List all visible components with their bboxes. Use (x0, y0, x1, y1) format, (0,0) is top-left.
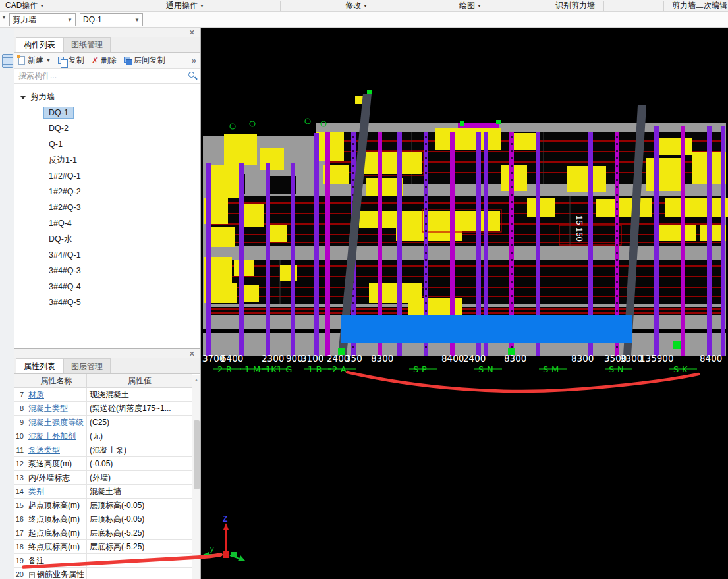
tab-component-list[interactable]: 构件列表 (16, 37, 63, 52)
tree-item[interactable]: 1#2#Q-2 (14, 184, 200, 200)
tree-root-shearwall[interactable]: 剪力墙 (14, 89, 200, 105)
tab-property-list[interactable]: 属性列表 (16, 358, 63, 373)
slab-blue-band (341, 315, 632, 343)
menu-identify-shearwall[interactable]: 识别剪力墙 (555, 0, 595, 12)
close-icon[interactable]: ✕ (189, 28, 195, 37)
tree-item[interactable]: 1#2#Q-1 (14, 168, 200, 184)
property-name-link[interactable]: 泵送类型 (26, 443, 87, 456)
menu-separator (86, 1, 86, 11)
category-dropdown[interactable]: 剪力墙 ▼ (9, 13, 76, 26)
search-row (14, 69, 200, 84)
component-tree: 剪力墙 DQ-1DQ-2Q-1反边1-11#2#Q-11#2#Q-21#2#Q-… (14, 84, 200, 310)
property-row: 13内/外墙标志(外墙) (14, 471, 192, 485)
menu-separator (603, 1, 604, 11)
property-value[interactable]: 层底标高(-5.25) (87, 526, 192, 539)
copy-icon (58, 57, 64, 64)
new-button[interactable]: 新建▼ (18, 55, 51, 66)
layers-icon (124, 57, 131, 64)
tree-item[interactable]: 3#4#Q-3 (14, 263, 200, 279)
grid-axis-label: 1K1-G (266, 364, 292, 374)
tree-item[interactable]: 3#4#Q-5 (14, 294, 200, 310)
dimension-label: 8400 (700, 353, 722, 364)
scrollbar-thumb[interactable] (194, 420, 200, 489)
property-value[interactable]: 现浇混凝土 (87, 388, 192, 401)
search-icon[interactable] (188, 72, 194, 78)
toolbar-grip-icon[interactable]: ▼ (1, 14, 7, 20)
cad-scene: 3700640023009003100240035083008400240083… (201, 28, 728, 579)
tree-item[interactable]: DQ-1 (14, 105, 200, 121)
property-row: 20+钢筋业务属性 (14, 568, 192, 579)
search-input[interactable] (14, 69, 200, 83)
tree-item[interactable]: 1#2#Q-3 (14, 200, 200, 215)
tree-item-label: 3#4#Q-4 (43, 281, 86, 292)
property-name-link[interactable]: 混凝土强度等级 (26, 416, 87, 429)
toolbar-overflow-button[interactable]: » (192, 55, 196, 65)
drawing-canvas[interactable]: 3700640023009003100240035083008400240083… (201, 28, 728, 579)
menu-separator (280, 1, 281, 11)
tree-item-label: DQ-水 (43, 233, 77, 246)
dimension-label: 3100 (301, 353, 323, 364)
delete-icon: ✗ (92, 57, 98, 65)
menu-general-operations[interactable]: 通用操作▼ (166, 0, 204, 12)
property-row-index: 15 (14, 499, 26, 512)
element-dropdown[interactable]: DQ-1 ▼ (80, 13, 143, 26)
expand-plus-icon[interactable]: + (29, 572, 35, 578)
chevron-down-icon: ▼ (40, 3, 44, 8)
tree-item[interactable]: 3#4#Q-1 (14, 247, 200, 263)
menu-modify[interactable]: 修改▼ (345, 0, 368, 12)
property-name: +钢筋业务属性 (26, 568, 87, 579)
property-value[interactable]: (C25) (87, 416, 192, 429)
property-name-link[interactable]: 类别 (26, 485, 87, 498)
property-value[interactable]: (混凝土泵) (87, 443, 192, 456)
copy-button[interactable]: 复制 (58, 55, 84, 66)
menu-shearwall-secondary-edit[interactable]: 剪力墙二次编辑 (672, 0, 727, 12)
property-value[interactable]: (-0.05) (87, 457, 192, 470)
property-value[interactable] (87, 568, 192, 579)
tree-item[interactable]: DQ-水 (14, 231, 200, 247)
application-window: CAD操作▼通用操作▼修改▼绘图▼识别剪力墙剪力墙二次编辑 ▼ 剪力墙 ▼ DQ… (0, 0, 728, 579)
property-name: 备注 (26, 554, 87, 567)
property-name-link[interactable]: 材质 (26, 388, 87, 401)
property-row: 10混凝土外加剂(无) (14, 429, 192, 443)
delete-button[interactable]: ✗删除 (92, 55, 117, 66)
property-value[interactable]: 混凝土墙 (87, 485, 192, 498)
menu-bar: CAD操作▼通用操作▼修改▼绘图▼识别剪力墙剪力墙二次编辑 (0, 0, 728, 12)
tree-item[interactable]: DQ-2 (14, 121, 200, 136)
property-value[interactable]: (外墙) (87, 471, 192, 484)
tree-item[interactable]: Q-1 (14, 136, 200, 152)
tab-drawing-management[interactable]: 图纸管理 (63, 37, 111, 52)
grid-axis-label: 2-A (332, 364, 347, 374)
new-icon (18, 56, 25, 65)
grid-axis-label: 1-B (308, 364, 322, 374)
property-row-index: 9 (14, 416, 26, 429)
property-value[interactable]: 层顶标高(-0.05) (87, 499, 192, 512)
properties-table-body: 7材质现浇混凝土8混凝土类型(泵送砼(坍落度175~1...9混凝土强度等级(C… (14, 388, 200, 579)
tree-item-label: Q-1 (43, 138, 68, 150)
tab-layer-management[interactable]: 图层管理 (63, 358, 111, 373)
close-icon[interactable]: ✕ (189, 349, 195, 358)
tree-item[interactable]: 反边1-1 (14, 152, 200, 168)
property-value[interactable] (87, 554, 192, 567)
chevron-down-icon: ▼ (477, 3, 482, 8)
menu-draw[interactable]: 绘图▼ (459, 0, 482, 12)
property-value[interactable]: 层底标高(-5.25) (87, 540, 192, 553)
expand-triangle-icon[interactable] (20, 96, 26, 99)
chevron-down-icon: ▼ (200, 3, 204, 8)
chevron-down-icon: ▼ (46, 58, 51, 63)
property-value[interactable]: 层顶标高(-0.05) (87, 512, 192, 526)
component-list-dock-icon[interactable] (2, 54, 13, 68)
scroll-up-icon[interactable]: ▲ (192, 375, 200, 384)
property-value[interactable]: (无) (87, 429, 192, 443)
property-name: 起点底标高(m) (26, 526, 87, 539)
property-name-link[interactable]: 混凝土类型 (26, 402, 87, 415)
menu-cad-operations[interactable]: CAD操作▼ (5, 0, 44, 12)
property-row-index: 18 (14, 540, 26, 553)
tree-item[interactable]: 3#4#Q-4 (14, 279, 200, 294)
property-value[interactable]: (泵送砼(坍落度175~1... (87, 402, 192, 415)
copy-between-floors-button[interactable]: 层间复制 (124, 55, 165, 66)
property-name-link[interactable]: 混凝土外加剂 (26, 429, 87, 443)
tree-item[interactable]: 1#Q-4 (14, 215, 200, 231)
properties-scrollbar[interactable]: ▲ (192, 375, 200, 579)
property-row: 11泵送类型(混凝土泵) (14, 443, 192, 457)
y-axis-label: y (210, 545, 214, 553)
